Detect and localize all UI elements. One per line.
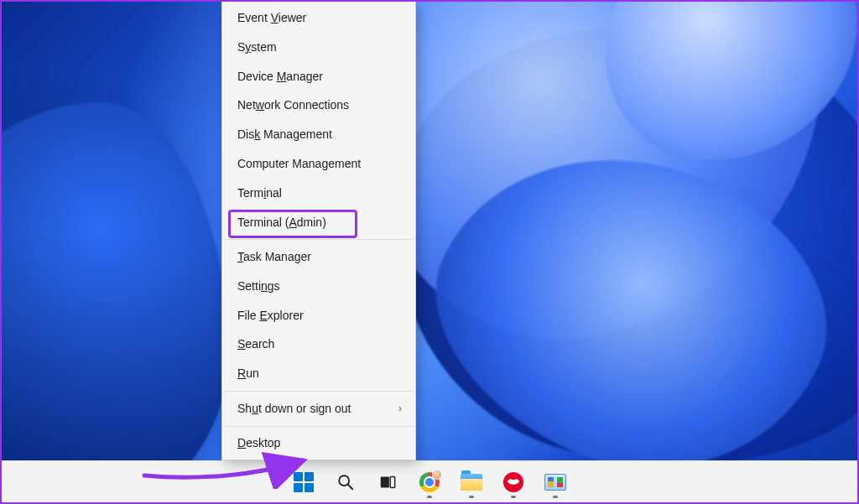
start-button[interactable] <box>286 465 321 500</box>
svg-rect-2 <box>381 476 389 487</box>
menu-shutdown-signout[interactable]: Shut down or sign out› <box>222 394 415 423</box>
menu-terminal[interactable]: Terminal <box>222 179 415 208</box>
menu-search[interactable]: Search <box>222 330 415 359</box>
desktop-wallpaper <box>2 2 857 502</box>
menu-device-manager[interactable]: Device Manager <box>222 62 415 91</box>
menu-separator <box>223 239 414 240</box>
menu-file-explorer[interactable]: File Explorer <box>222 301 415 330</box>
chevron-right-icon: › <box>398 403 402 414</box>
menu-run[interactable]: Run <box>222 359 415 388</box>
menu-desktop[interactable]: Desktop <box>222 429 415 458</box>
file-explorer-icon <box>461 474 482 491</box>
taskbar-search-button[interactable] <box>328 465 363 500</box>
svg-rect-3 <box>390 476 395 487</box>
chrome-icon <box>419 472 440 492</box>
menu-settings[interactable]: Settings <box>222 272 415 301</box>
menu-terminal-admin[interactable]: Terminal (Admin) <box>222 208 415 237</box>
svg-line-1 <box>348 484 353 489</box>
menu-network-connections[interactable]: Network Connections <box>222 91 415 120</box>
menu-disk-management[interactable]: Disk Management <box>222 120 415 149</box>
taskview-icon <box>378 473 397 491</box>
menu-computer-management[interactable]: Computer Management <box>222 149 415 179</box>
menu-separator <box>223 391 414 392</box>
taskbar-app-file-explorer[interactable] <box>454 465 489 500</box>
taskbar-app-chrome[interactable] <box>412 465 447 500</box>
menu-separator <box>223 426 414 427</box>
control-panel-icon <box>544 474 566 491</box>
search-icon <box>336 473 355 491</box>
lips-icon <box>503 472 523 492</box>
taskbar-taskview-button[interactable] <box>370 465 405 500</box>
windows-logo-icon <box>294 472 314 492</box>
taskbar-app-lips[interactable] <box>496 465 531 500</box>
menu-event-viewer[interactable]: Event Viewer <box>222 3 415 33</box>
menu-task-manager[interactable]: Task Manager <box>222 242 415 272</box>
taskbar-app-control-panel[interactable] <box>538 465 573 500</box>
winx-context-menu: Event Viewer System Device Manager Netwo… <box>221 2 416 460</box>
menu-system[interactable]: System <box>222 33 415 62</box>
taskbar <box>2 460 857 502</box>
